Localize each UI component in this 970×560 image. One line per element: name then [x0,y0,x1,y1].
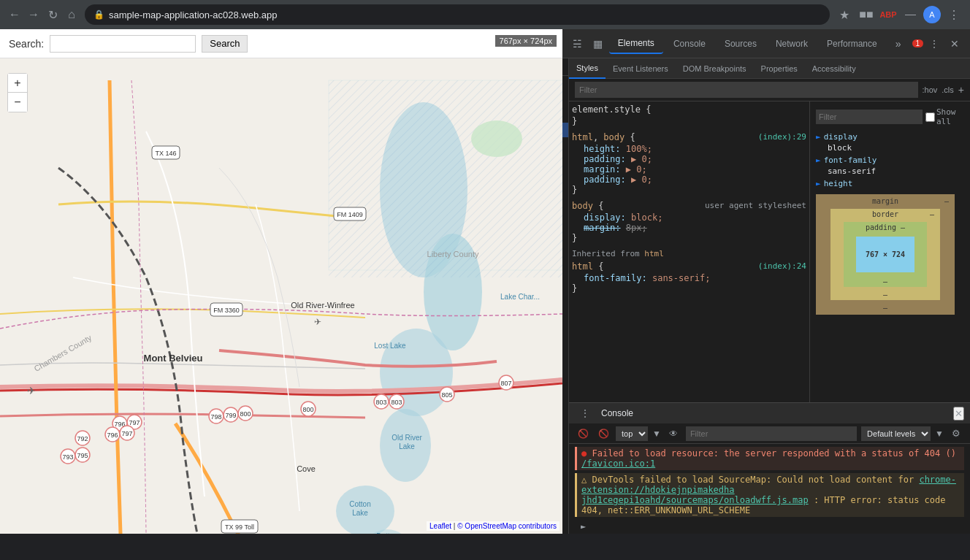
console-level-select[interactable]: Default levels [861,426,931,441]
console-dots-button[interactable]: ⋮ [575,403,595,423]
warning-icon-1: △ [581,475,587,485]
console-caret: ► [581,521,586,532]
avatar-button[interactable]: A [923,6,941,23]
dom-html-open[interactable]: ▼ <html> [562,93,568,108]
hover-pseudo-button[interactable]: :hov [923,85,938,94]
leaflet-link[interactable]: Leaflet [429,522,451,530]
devtools-close-button[interactable]: ✕ [945,34,964,54]
svg-text:Lake: Lake [399,442,415,450]
body-ua-selector[interactable]: body { user agent stylesheet [572,201,806,211]
reload-button[interactable]: ↻ [45,7,60,22]
tab-performance[interactable]: Performance [818,34,886,54]
svg-text:797: 797 [129,419,140,426]
search-button[interactable]: Search [202,35,248,53]
console-clear-button[interactable]: 🚫 [575,426,591,442]
show-all-checkbox[interactable] [925,112,935,122]
tab-console[interactable]: Console [665,34,714,54]
svg-text:✈: ✈ [314,317,321,327]
map-canvas[interactable]: ✈ ✈ ✈ TX 146 TX 146 FM 1409 FM 3360 FM 5… [0,58,562,534]
console-filter-button[interactable]: 🚫 [595,426,611,442]
svg-text:TX 99 Toll: TX 99 Toll [225,523,254,531]
computed-height[interactable]: ► height [816,179,964,188]
computed-font-family-value: sans-serif [828,166,964,176]
console-context-select[interactable]: top [616,426,648,441]
computed-display[interactable]: ► display [816,132,964,142]
computed-properties: ► display block ► font-family sans-serif… [816,132,964,188]
html-body-selector[interactable]: html, body { (index):29 [572,132,806,142]
cls-button[interactable]: .cls [942,85,954,94]
dom-comment4[interactable]: later when setting up authentication and… [562,196,568,210]
css-prop-margin-ua: margin: 8px; [572,223,806,233]
html-selector[interactable]: html { (index):24 [572,261,806,272]
dom-body[interactable]: ▼ <body> == $0 [562,123,568,137]
show-all-label: Show all [925,107,964,126]
css-prop-margin: margin: ▶ 0; [572,164,806,174]
abp-button[interactable]: ABP [879,6,897,23]
html-rule-close: } [572,283,806,294]
svg-text:Old River: Old River [392,434,422,442]
forward-button[interactable]: → [26,7,41,22]
computed-filter-input[interactable] [816,110,923,124]
html-body-source[interactable]: (index):29 [758,132,806,142]
computed-font-family[interactable]: ► font-family [816,156,964,165]
dom-div-mapcontainer[interactable]: ▶ <div class="mapcontainer">…</div> [562,152,568,166]
element-style-close: } [572,116,806,126]
add-style-button[interactable]: + [958,84,964,96]
dom-comment2[interactable]: <!-- [562,166,568,181]
element-style-rule: element.style { } [572,104,806,126]
error-link-1[interactable]: /favicon.ico:1 [581,459,655,469]
back-button[interactable]: ← [7,7,22,22]
style-tab-dom-breakpoints[interactable]: DOM Breakpoints [676,58,754,79]
device-toggle-button[interactable]: ▦ [589,34,608,54]
devtools-menu-button[interactable]: ⋮ [925,34,944,54]
osm-link[interactable]: © OpenStreetMap contributors [457,522,557,530]
context-arrow: ▼ [652,429,661,439]
html-source[interactable]: (index):24 [758,261,806,271]
menu-button[interactable]: ⋮ [945,6,963,23]
zoom-in-button[interactable]: + [8,74,27,93]
svg-text:Lost Lake: Lost Lake [374,342,406,350]
console-panel: ⋮ Console ✕ 🚫 🚫 top ▼ 👁 [569,402,970,534]
bookmark-button[interactable]: ★ [836,6,853,23]
dom-tree[interactable]: <!doctype html> ▼ <html> ▶ <head>…</head… [562,76,568,534]
home-button[interactable]: ⌂ [64,7,79,22]
more-tabs-button[interactable]: » [889,34,908,54]
console-messages: ● Failed to load resource: the server re… [569,444,970,534]
style-tab-properties[interactable]: Properties [754,58,805,79]
body-ua-source: user agent stylesheet [705,201,806,210]
style-tab-styles[interactable]: Styles [569,58,606,79]
styles-filter-input[interactable] [575,82,918,98]
dom-comment3[interactable]: Firebase initialization and useful funct… [562,181,568,196]
svg-rect-9 [329,80,562,277]
style-tab-accessibility[interactable]: Accessibility [805,58,863,79]
svg-text:TX 146: TX 146 [155,150,176,157]
content-box: 767 × 724 [856,237,914,272]
dom-comment1[interactable]: <!-- the mapcontainer will hold the whol… [562,137,568,152]
zoom-out-button[interactable]: − [8,93,27,112]
padding-label: padding – [866,223,905,231]
address-bar[interactable]: 🔒 sample-map-application-ac028.web.app [85,4,830,25]
console-settings-button[interactable]: ⚙ [948,426,964,442]
tab-network[interactable]: Network [767,34,817,54]
body-ua-close: } [572,233,806,243]
tab-sources[interactable]: Sources [716,34,765,54]
console-filter-input[interactable] [686,426,857,441]
dom-doctype[interactable]: <!doctype html> [562,79,568,93]
console-title: Console [601,408,633,418]
inspect-button[interactable]: ☵ [568,34,587,54]
search-input[interactable] [50,35,196,53]
dom-comment5[interactable]: --> [562,210,568,225]
console-eye-button[interactable]: 👁 [665,426,681,442]
margin-minus-right: – [944,197,949,205]
css-prop-height: height: 100%; [572,144,806,154]
dom-head[interactable]: ▶ <head>…</head> [562,108,568,123]
style-tab-event-listeners[interactable]: Event Listeners [606,58,676,79]
svg-text:807: 807 [500,380,511,387]
styles-rules: element.style { } html, body { (index):2… [569,101,809,402]
tab-elements[interactable]: Elements [609,34,663,54]
extension2-button[interactable]: ⸻ [901,6,919,23]
main-content: Search: Search 767px × 724px + − [0,29,970,534]
console-close-button[interactable]: ✕ [953,407,964,421]
extension-button[interactable]: ■■ [858,6,875,23]
svg-text:Lake Char...: Lake Char... [500,293,540,301]
